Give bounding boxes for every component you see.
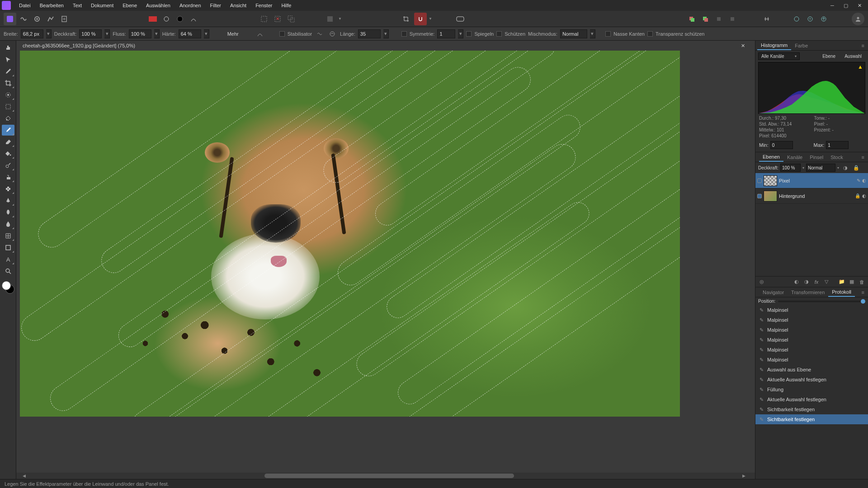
symmetrie-checkbox[interactable]: [401, 31, 407, 37]
dropper-icon[interactable]: [160, 13, 173, 25]
deckkraft-input[interactable]: [79, 29, 102, 38]
fluss-input[interactable]: [129, 29, 151, 38]
align-icon[interactable]: [760, 13, 773, 25]
erase-tool[interactable]: [2, 136, 14, 147]
shape-tool[interactable]: [2, 242, 14, 253]
symmetrie-dropdown[interactable]: ▾: [458, 29, 463, 38]
layer-link-icon[interactable]: ◐: [862, 178, 866, 183]
menu-filter[interactable]: Filter: [206, 1, 226, 10]
lange-input[interactable]: [358, 29, 381, 38]
arrange-front-icon[interactable]: [726, 13, 739, 25]
window-mode-icon[interactable]: [327, 29, 337, 39]
sync-icon[interactable]: [790, 13, 803, 25]
layers-panel-menu[interactable]: ≡: [860, 155, 866, 160]
horizontal-scrollbar[interactable]: ◀ ▶: [16, 473, 755, 479]
crop-icon[interactable]: [400, 13, 412, 25]
layer-visibility-toggle[interactable]: [757, 178, 762, 183]
menu-datei[interactable]: Datei: [14, 1, 35, 10]
viewport[interactable]: [16, 51, 755, 473]
histogram-tab[interactable]: Histogramm: [757, 41, 791, 50]
menu-text[interactable]: Text: [68, 1, 86, 10]
navigator-tab[interactable]: Navigator: [759, 288, 788, 296]
upload-icon[interactable]: [817, 13, 830, 25]
history-item[interactable]: ✎Malpinsel: [755, 325, 868, 335]
account-button[interactable]: [852, 13, 864, 25]
photo-persona-button[interactable]: [4, 13, 16, 25]
layer-lock-icon[interactable]: 🔒: [855, 193, 860, 198]
history-item[interactable]: ✎Malpinsel: [755, 355, 868, 365]
pinsel-tab[interactable]: Pinsel: [806, 153, 827, 161]
layer-row[interactable]: Hintergrund 🔒 ◐: [755, 188, 868, 204]
dodge-tool[interactable]: [2, 160, 14, 171]
history-panel-menu[interactable]: ≡: [860, 290, 866, 295]
fill-tool[interactable]: [2, 148, 14, 159]
layer-delete-icon[interactable]: 🗑: [857, 278, 866, 286]
liquify-persona-button[interactable]: [17, 13, 30, 25]
kanale-tab[interactable]: Kanäle: [783, 153, 806, 161]
harte-input[interactable]: [179, 29, 201, 38]
autocontrast-icon[interactable]: [187, 13, 200, 25]
arrange-forward-icon[interactable]: [712, 13, 725, 25]
add-stock-icon[interactable]: +: [804, 13, 816, 25]
selection-new-icon[interactable]: [258, 13, 270, 25]
history-item[interactable]: ✎Malpinsel: [755, 335, 868, 345]
mischmodus-select[interactable]: Normal: [560, 29, 587, 38]
menu-ebene[interactable]: Ebene: [118, 1, 142, 10]
mischmodus-dropdown[interactable]: ▾: [590, 29, 595, 38]
marquee-tool[interactable]: [2, 101, 14, 112]
document-close-button[interactable]: ✕: [734, 43, 752, 49]
history-item[interactable]: ✎Malpinsel: [755, 345, 868, 355]
view-tool[interactable]: [2, 42, 14, 53]
color-picker-tool[interactable]: [2, 66, 14, 77]
histogram-panel-menu[interactable]: ≡: [860, 43, 866, 48]
layer-adjustment-icon[interactable]: ◑: [802, 278, 811, 286]
color-wells[interactable]: [2, 281, 14, 294]
layer-row[interactable]: Pixel ✎ ◐: [755, 173, 868, 188]
minimize-button[interactable]: ─: [826, 0, 839, 11]
selection-add-icon[interactable]: ✕: [271, 13, 284, 25]
layer-link-icon[interactable]: ◐: [862, 193, 866, 198]
layer-live-filter-icon[interactable]: ▽: [822, 278, 831, 286]
fluss-dropdown[interactable]: ▾: [154, 29, 160, 38]
layer-edit-icon[interactable]: ✎: [857, 178, 860, 183]
layer-target-icon[interactable]: ◎: [757, 278, 766, 286]
history-slider[interactable]: [778, 300, 865, 302]
maximize-button[interactable]: ▢: [839, 0, 853, 11]
foreground-color-well[interactable]: [2, 281, 11, 290]
stock-tab[interactable]: Stock: [827, 153, 847, 161]
history-item[interactable]: ✎Malpinsel: [755, 315, 868, 325]
scroll-thumb[interactable]: [264, 474, 514, 478]
tone-mapping-persona-button[interactable]: [44, 13, 57, 25]
smudge-tool[interactable]: [2, 207, 14, 218]
snapping-dropdown[interactable]: ▼: [429, 17, 432, 21]
breite-dropdown[interactable]: ▾: [46, 29, 52, 38]
layer-visibility-toggle[interactable]: [757, 194, 762, 198]
close-button[interactable]: ✕: [853, 0, 866, 11]
max-input[interactable]: [826, 141, 849, 149]
layer-blend-dropdown[interactable]: ▾: [837, 166, 839, 170]
menu-dokument[interactable]: Dokument: [86, 1, 118, 10]
transparenz-checkbox[interactable]: [647, 31, 653, 37]
symmetrie-input[interactable]: [437, 29, 455, 38]
layer-add-icon[interactable]: ▦: [847, 278, 856, 286]
nasse-checkbox[interactable]: [605, 31, 611, 37]
menu-anordnen[interactable]: Anordnen: [175, 1, 206, 10]
paint-brush-tool[interactable]: [2, 125, 14, 136]
layer-blend-select[interactable]: Normal: [806, 164, 835, 172]
scroll-left-arrow[interactable]: ◀: [23, 474, 29, 478]
history-item[interactable]: ✎Aktuelle Auswahl festlegen: [755, 394, 868, 404]
history-item[interactable]: ✎Aktuelle Auswahl festlegen: [755, 375, 868, 385]
selection-brush-tool[interactable]: [2, 89, 14, 100]
canvas-image[interactable]: [20, 51, 680, 417]
flood-select-tool[interactable]: [2, 113, 14, 124]
layer-fx-button[interactable]: fx: [812, 278, 821, 286]
menu-auswahlen[interactable]: Auswählen: [142, 1, 175, 10]
color-wheel-icon[interactable]: [174, 13, 186, 25]
quickmask-dropdown[interactable]: ▼: [338, 17, 342, 21]
breite-input[interactable]: [21, 29, 43, 38]
quickmask-button[interactable]: [324, 13, 336, 25]
develop-persona-button[interactable]: [31, 13, 43, 25]
scroll-right-arrow[interactable]: ▶: [742, 474, 749, 478]
history-item[interactable]: ✎Sichtbarkeit festlegen: [755, 404, 868, 414]
histogram-ebene-button[interactable]: Ebene: [819, 53, 839, 60]
